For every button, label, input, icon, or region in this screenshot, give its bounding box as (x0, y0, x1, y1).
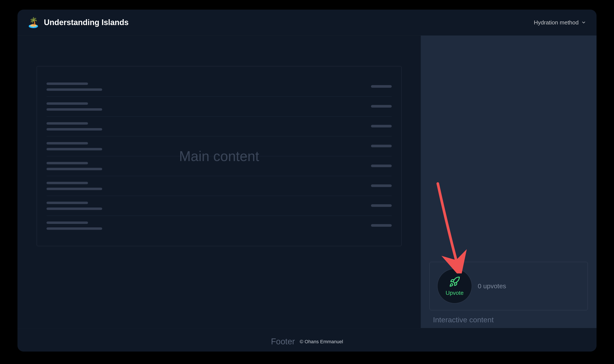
body-area: Main content (17, 36, 597, 328)
hydration-dropdown-label: Hydration method (534, 19, 579, 26)
hydration-method-dropdown[interactable]: Hydration method (534, 19, 586, 26)
skeleton-line (47, 182, 88, 184)
skeleton-line (47, 208, 102, 210)
skeleton-line (47, 142, 88, 144)
upvotes-count: 0 upvotes (478, 282, 506, 290)
footer: Footer © Ohans Emmanuel (17, 328, 597, 351)
island-icon: 🏝️ (27, 17, 40, 27)
skeleton-lines (47, 162, 102, 170)
skeleton-chip (371, 204, 392, 207)
main-panel: Main content (17, 36, 421, 328)
list-item (47, 77, 392, 97)
skeleton-chip (371, 224, 392, 227)
skeleton-list (47, 77, 392, 235)
upvote-island-card: Upvote 0 upvotes (429, 262, 588, 310)
list-item (47, 136, 392, 156)
interactive-content-label: Interactive content (429, 315, 588, 324)
skeleton-line (47, 168, 102, 170)
sidebar-bottom: Upvote 0 upvotes Interactive content (429, 262, 588, 324)
skeleton-lines (47, 202, 102, 210)
skeleton-line (47, 102, 88, 105)
page-title: Understanding Islands (44, 18, 129, 27)
chevron-down-icon (581, 20, 586, 25)
skeleton-lines (47, 182, 102, 190)
list-item (47, 97, 392, 117)
skeleton-line (47, 227, 102, 230)
footer-title: Footer (271, 337, 295, 346)
skeleton-chip (371, 85, 392, 88)
annotation-arrow (434, 182, 469, 273)
main-content-box: Main content (37, 66, 401, 246)
skeleton-line (47, 82, 88, 85)
header: 🏝️ Understanding Islands Hydration metho… (17, 10, 597, 36)
sidebar: Upvote 0 upvotes Interactive content (421, 36, 597, 328)
skeleton-line (47, 128, 102, 130)
skeleton-lines (47, 102, 102, 111)
skeleton-chip (371, 145, 392, 147)
list-item (47, 176, 392, 196)
list-item (47, 196, 392, 216)
list-item (47, 216, 392, 235)
upvote-button-label: Upvote (446, 290, 464, 296)
skeleton-line (47, 108, 102, 111)
skeleton-line (47, 162, 88, 164)
skeleton-line (47, 188, 102, 190)
skeleton-lines (47, 82, 102, 91)
skeleton-lines (47, 122, 102, 130)
skeleton-lines (47, 142, 102, 150)
rocket-icon (449, 276, 460, 287)
list-item (47, 156, 392, 176)
skeleton-chip (371, 165, 392, 167)
skeleton-line (47, 88, 102, 91)
skeleton-chip (371, 184, 392, 187)
app-window: 🏝️ Understanding Islands Hydration metho… (17, 10, 597, 351)
skeleton-line (47, 148, 102, 150)
skeleton-line (47, 221, 88, 224)
upvote-button[interactable]: Upvote (437, 269, 472, 304)
skeleton-lines (47, 221, 102, 230)
skeleton-chip (371, 125, 392, 128)
footer-copyright: © Ohans Emmanuel (300, 339, 343, 345)
header-left: 🏝️ Understanding Islands (27, 17, 129, 27)
list-item (47, 117, 392, 136)
skeleton-chip (371, 105, 392, 108)
skeleton-line (47, 202, 88, 204)
skeleton-line (47, 122, 88, 125)
